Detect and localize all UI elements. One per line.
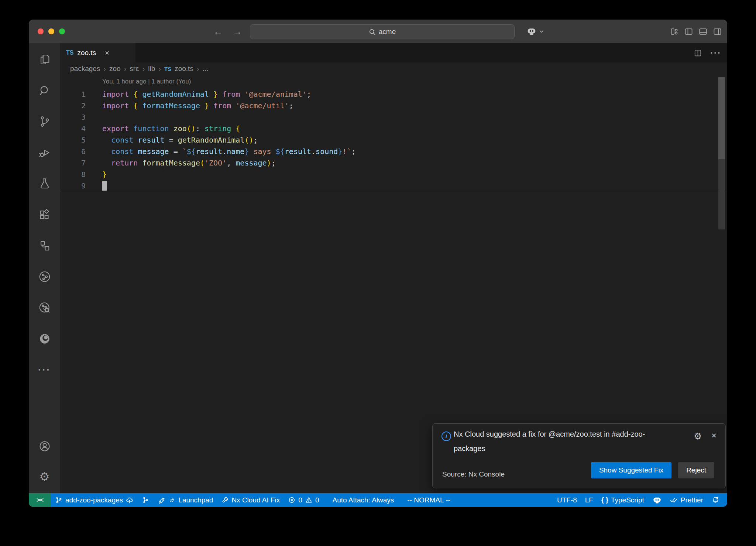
toggle-panel-icon[interactable] — [698, 27, 708, 36]
tab-zoo-ts[interactable]: TS zoo.ts × — [60, 43, 135, 62]
git-branch-item[interactable]: add-zoo-packages — [51, 493, 138, 507]
problems-item[interactable]: 0 0 — [284, 493, 323, 507]
navigate-forward-icon[interactable]: → — [233, 26, 242, 37]
run-and-debug-icon[interactable] — [38, 146, 51, 159]
extensions-icon[interactable] — [38, 208, 51, 221]
toggle-secondary-sidebar-icon[interactable] — [713, 27, 722, 36]
command-center-search[interactable]: acme — [250, 24, 515, 39]
copilot-menu[interactable] — [526, 20, 544, 43]
code-line-1[interactable]: 1import { getRandomAnimal } from '@acme/… — [60, 89, 727, 100]
notification-message: Nx Cloud suggested a fix for @acme/zoo:t… — [454, 427, 670, 456]
warning-count: 0 — [315, 496, 319, 504]
rocket-icon — [158, 496, 166, 504]
remote-indicator[interactable]: >< — [29, 493, 51, 507]
line-content[interactable]: import { formatMessage } from '@acme/uti… — [102, 100, 293, 112]
code-lines: 1import { getRandomAnimal } from '@acme/… — [60, 89, 727, 192]
line-content[interactable]: export function zoo(): string { — [102, 123, 240, 134]
branch-name: add-zoo-packages — [65, 496, 123, 504]
breadcrumb-overflow[interactable]: ... — [203, 65, 209, 73]
window-controls — [38, 28, 65, 34]
notifications-bell-item[interactable] — [707, 493, 724, 507]
nx-cloud-ai-fix-item[interactable]: Nx Cloud AI Fix — [217, 493, 284, 507]
line-content[interactable]: import { getRandomAnimal } from '@acme/a… — [102, 89, 311, 100]
line-number: 4 — [60, 123, 86, 134]
search-icon — [369, 28, 376, 35]
breadcrumb-item[interactable]: packages — [70, 65, 100, 73]
publish-cloud-icon — [126, 496, 134, 504]
line-number: 7 — [60, 157, 86, 169]
close-tab-icon[interactable]: × — [105, 49, 109, 57]
auto-attach-item[interactable]: Auto Attach: Always — [328, 493, 398, 507]
encoding-item[interactable]: UTF-8 — [553, 493, 581, 507]
code-line-8[interactable]: 8} — [60, 169, 727, 180]
git-graph-icon — [142, 496, 150, 504]
line-content[interactable]: const result = getRandomAnimal(); — [102, 134, 258, 146]
notification-source: Source: Nx Console — [442, 470, 505, 478]
customize-layout-icon[interactable] — [670, 27, 679, 36]
toggle-primary-sidebar-icon[interactable] — [684, 27, 693, 36]
split-editor-icon[interactable] — [694, 49, 702, 57]
code-line-2[interactable]: 2import { formatMessage } from '@acme/ut… — [60, 100, 727, 112]
close-window-button[interactable] — [38, 28, 44, 34]
vim-mode-item[interactable]: -- NORMAL -- — [403, 493, 454, 507]
line-content[interactable]: } — [102, 169, 107, 180]
notification-close-icon[interactable]: × — [711, 431, 717, 440]
tab-title: zoo.ts — [77, 49, 96, 57]
git-blame-annotation: You, 1 hour ago | 1 author (You) — [102, 75, 727, 89]
breadcrumb-item[interactable]: zoo — [109, 65, 121, 73]
line-number: 9 — [60, 180, 86, 192]
remote-explorer-icon[interactable] — [38, 239, 51, 252]
source-control-graph-item[interactable] — [138, 493, 154, 507]
nx-console-icon[interactable] — [38, 270, 51, 283]
show-suggested-fix-button[interactable]: Show Suggested Fix — [591, 462, 671, 478]
launchpad-item[interactable]: Launchpad — [154, 493, 217, 507]
formatter-item[interactable]: Prettier — [666, 493, 707, 507]
testing-icon[interactable] — [38, 177, 51, 190]
error-count: 0 — [298, 496, 302, 504]
errors-icon — [288, 496, 296, 504]
breadcrumb-item[interactable]: lib — [148, 65, 155, 73]
copilot-status-item[interactable] — [648, 493, 666, 507]
nx-project-graph-icon[interactable] — [38, 301, 51, 314]
navigate-back-icon[interactable]: ← — [213, 26, 223, 37]
notification-settings-icon[interactable]: ⚙ — [694, 432, 702, 441]
code-line-3[interactable]: 3 — [60, 112, 727, 123]
line-number: 6 — [60, 146, 86, 157]
accounts-icon[interactable] — [38, 440, 51, 453]
edge-browser-icon[interactable] — [38, 332, 51, 345]
wrench-icon — [221, 496, 229, 504]
nx-fix-label: Nx Cloud AI Fix — [231, 496, 280, 504]
vscode-window: ← → acme — [29, 20, 727, 507]
explorer-icon[interactable] — [38, 53, 51, 66]
code-line-9[interactable]: 9 — [60, 180, 727, 192]
code-line-4[interactable]: 4export function zoo(): string { — [60, 123, 727, 134]
notification-toast: i Nx Cloud suggested a fix for @acme/zoo… — [432, 423, 726, 488]
source-control-icon[interactable] — [38, 115, 51, 128]
zoom-window-button[interactable] — [59, 28, 65, 34]
braces-icon: { } — [601, 496, 608, 504]
search-view-icon[interactable] — [38, 84, 51, 97]
code-line-5[interactable]: 5 const result = getRandomAnimal(); — [60, 134, 727, 146]
plug-icon — [168, 496, 176, 504]
editor-scrollbar[interactable] — [718, 77, 725, 159]
line-number: 1 — [60, 89, 86, 100]
editor-scrollbar-track[interactable] — [718, 159, 725, 229]
indent-guide — [165, 134, 165, 169]
eol-item[interactable]: LF — [581, 493, 597, 507]
code-line-6[interactable]: 6 const message = `${result.name} says $… — [60, 146, 727, 157]
reject-button[interactable]: Reject — [678, 462, 714, 478]
additional-views-icon[interactable]: ··· — [38, 363, 51, 376]
code-line-7[interactable]: 7 return formatMessage('ZOO', message); — [60, 157, 727, 169]
line-content[interactable]: return formatMessage('ZOO', message); — [102, 157, 276, 169]
more-actions-icon[interactable]: ··· — [710, 48, 721, 58]
line-number: 5 — [60, 134, 86, 146]
typescript-file-icon: TS — [66, 50, 73, 56]
breadcrumb-file[interactable]: zoo.ts — [175, 65, 193, 73]
breadcrumb-item[interactable]: src — [130, 65, 139, 73]
line-content[interactable]: const message = `${result.name} says ${r… — [102, 146, 356, 157]
language-mode-item[interactable]: { } TypeScript — [597, 493, 648, 507]
minimize-window-button[interactable] — [48, 28, 54, 34]
settings-gear-icon[interactable]: ⚙ — [38, 470, 51, 483]
breadcrumb-separator-icon: › — [124, 65, 127, 73]
status-bar: >< add-zoo-packages Launchpad Nx Cloud A… — [29, 493, 727, 507]
